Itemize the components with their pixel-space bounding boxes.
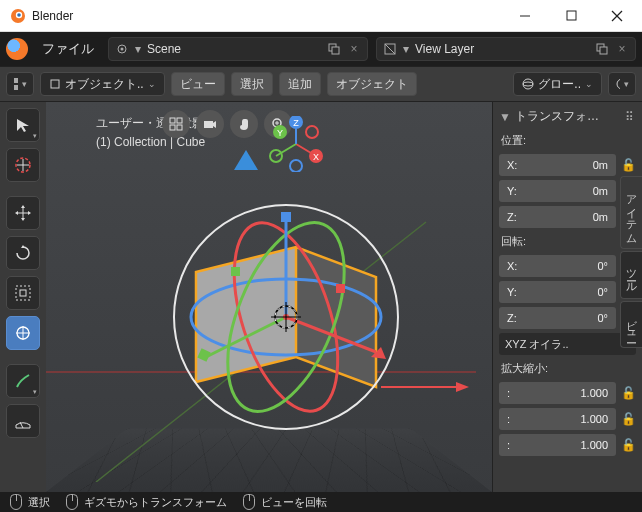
- svg-rect-36: [170, 125, 175, 130]
- svg-point-53: [306, 126, 318, 138]
- menu-object[interactable]: オブジェクト: [327, 72, 417, 96]
- svg-point-19: [523, 79, 533, 89]
- scale-z-field[interactable]: :1.000: [499, 434, 616, 456]
- svg-rect-37: [177, 125, 182, 130]
- location-x-field[interactable]: X:0m: [499, 154, 616, 176]
- tool-rotate[interactable]: [6, 236, 40, 270]
- rotation-mode-dropdown[interactable]: XYZ オイラ..⌄: [499, 333, 636, 355]
- svg-rect-71: [231, 267, 240, 276]
- lock-icon[interactable]: 🔓: [620, 434, 636, 456]
- menu-view[interactable]: ビュー: [171, 72, 225, 96]
- tab-tool[interactable]: ツール: [620, 251, 642, 299]
- svg-rect-16: [14, 85, 18, 90]
- panel-transform-header[interactable]: ▼ トランスフォ… ⠿: [499, 106, 636, 127]
- object-mode-icon: [49, 78, 61, 90]
- mouse-left-icon: [66, 494, 78, 510]
- panel-transform-title: トランスフォ…: [515, 108, 599, 125]
- svg-rect-66: [281, 212, 291, 222]
- viewlayer-icon: [383, 42, 397, 56]
- scene-icon: [115, 42, 129, 56]
- rotation-y-field[interactable]: Y:0°: [499, 281, 616, 303]
- svg-point-54: [290, 160, 302, 172]
- scene-name: Scene: [147, 42, 181, 56]
- lock-icon[interactable]: 🔓: [620, 382, 636, 404]
- new-scene-icon[interactable]: [327, 42, 341, 56]
- svg-point-20: [523, 82, 533, 86]
- tool-annotate[interactable]: ▾: [6, 364, 40, 398]
- n-panel-tabs: アイテム ツール ビュー: [620, 176, 642, 348]
- rotation-label: 回転:: [499, 232, 636, 251]
- tool-measure[interactable]: [6, 404, 40, 438]
- 3d-viewport[interactable]: ユーザー・透視投影 (1) Collection | Cube X Y Z: [46, 102, 492, 492]
- delete-scene-icon[interactable]: ×: [347, 42, 361, 56]
- location-y-field[interactable]: Y:0m: [499, 180, 616, 202]
- menu-select[interactable]: 選択: [231, 72, 273, 96]
- blender-logo-icon[interactable]: [6, 38, 28, 60]
- topbar: ファイル ▾ Scene × ▾ View Layer ×: [0, 32, 642, 66]
- window-titlebar: Blender: [0, 0, 642, 32]
- svg-rect-14: [14, 78, 18, 83]
- tool-transform[interactable]: [6, 316, 40, 350]
- svg-rect-35: [177, 118, 182, 123]
- overlay-wireframe-icon[interactable]: [162, 110, 190, 138]
- delete-viewlayer-icon[interactable]: ×: [615, 42, 629, 56]
- scale-y-field[interactable]: :1.000: [499, 408, 616, 430]
- chevron-down-icon: ▾: [135, 42, 141, 56]
- tool-scale[interactable]: [6, 276, 40, 310]
- lock-icon[interactable]: 🔓: [620, 154, 636, 176]
- scene-field[interactable]: ▾ Scene ×: [108, 37, 368, 61]
- globe-icon: [522, 78, 534, 90]
- orientation-dropdown[interactable]: グロー.. ⌄: [513, 72, 602, 96]
- svg-rect-18: [51, 80, 59, 88]
- mouse-middle-icon: [243, 494, 255, 510]
- status-select: 選択: [10, 494, 50, 510]
- pivot-icon: [615, 77, 620, 91]
- svg-rect-72: [336, 284, 345, 293]
- location-z-field[interactable]: Z:0m: [499, 206, 616, 228]
- tool-select-box[interactable]: ▾: [6, 108, 40, 142]
- viewlayer-name: View Layer: [415, 42, 474, 56]
- svg-text:Y: Y: [277, 128, 283, 138]
- svg-marker-74: [456, 382, 469, 392]
- svg-point-2: [17, 13, 21, 17]
- left-toolbar: ▾ ▾: [0, 102, 46, 492]
- axis-gizmo[interactable]: X Y Z: [268, 116, 324, 172]
- minimize-button[interactable]: [502, 1, 548, 31]
- location-label: 位置:: [499, 131, 636, 150]
- svg-point-22: [617, 79, 620, 89]
- lock-icon[interactable]: 🔓: [620, 408, 636, 430]
- camera-indicator-icon: [234, 150, 258, 170]
- svg-rect-34: [170, 118, 175, 123]
- editor-type-dropdown[interactable]: ▾: [6, 72, 34, 96]
- tab-item[interactable]: アイテム: [620, 176, 642, 249]
- tool-move[interactable]: [6, 196, 40, 230]
- svg-rect-13: [600, 47, 607, 54]
- maximize-button[interactable]: [548, 1, 594, 31]
- camera-view-icon[interactable]: [196, 110, 224, 138]
- scale-x-field[interactable]: :1.000: [499, 382, 616, 404]
- window-title: Blender: [32, 9, 73, 23]
- app-icon: [10, 8, 26, 24]
- viewlayer-field[interactable]: ▾ View Layer ×: [376, 37, 636, 61]
- rotation-z-field[interactable]: Z:0°: [499, 307, 616, 329]
- viewport-scene: [46, 102, 476, 482]
- pivot-dropdown[interactable]: ▾: [608, 72, 636, 96]
- editor-header: ▾ オブジェクト.. ⌄ ビュー 選択 追加 オブジェクト グロー.. ⌄ ▾: [0, 66, 642, 102]
- new-viewlayer-icon[interactable]: [595, 42, 609, 56]
- svg-rect-29: [16, 286, 30, 300]
- grid-icon: [13, 77, 18, 91]
- chevron-down-icon: ▾: [403, 42, 409, 56]
- tab-view[interactable]: ビュー: [620, 301, 642, 348]
- svg-rect-28: [20, 290, 26, 296]
- rotation-x-field[interactable]: X:0°: [499, 255, 616, 277]
- close-button[interactable]: [594, 1, 640, 31]
- menu-file[interactable]: ファイル: [36, 36, 100, 62]
- svg-text:X: X: [313, 152, 319, 162]
- tool-cursor[interactable]: [6, 148, 40, 182]
- svg-rect-10: [332, 47, 339, 54]
- menu-add[interactable]: 追加: [279, 72, 321, 96]
- panel-options-icon[interactable]: ⠿: [625, 110, 636, 124]
- pan-icon[interactable]: [230, 110, 258, 138]
- mode-dropdown[interactable]: オブジェクト.. ⌄: [40, 72, 165, 96]
- svg-point-8: [121, 48, 124, 51]
